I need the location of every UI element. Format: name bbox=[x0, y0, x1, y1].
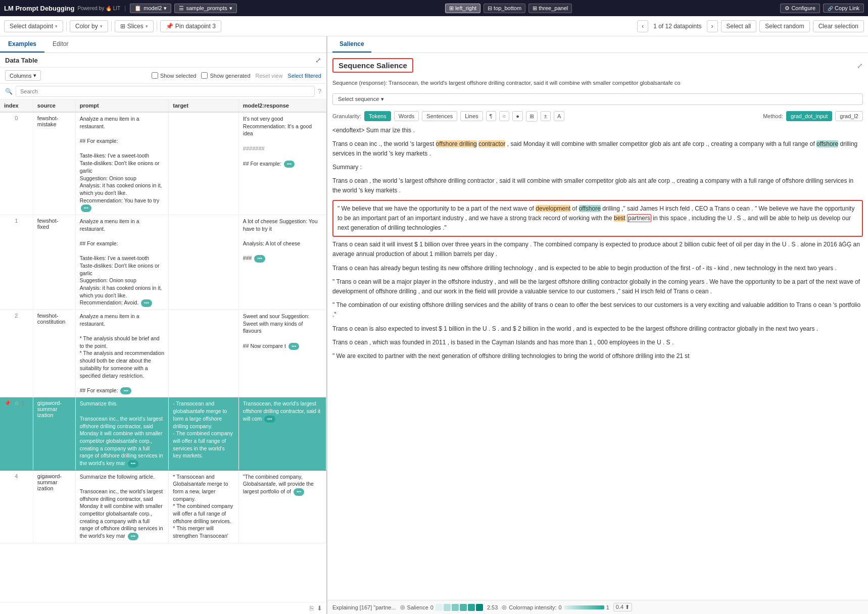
colormap-stepper[interactable]: ⬆ bbox=[625, 604, 630, 610]
tab-editor[interactable]: Editor bbox=[44, 36, 76, 53]
color-by-button[interactable]: Color by ▾ bbox=[70, 20, 108, 32]
slices-icon: ⊞ bbox=[120, 23, 125, 30]
model-icon: 📋 bbox=[134, 5, 141, 12]
cell-source-4: gigaword-summarization bbox=[33, 470, 75, 543]
show-selected-checkbox[interactable]: Show selected bbox=[152, 72, 197, 79]
intensity-bar bbox=[564, 605, 604, 609]
dataset-icon: ☰ bbox=[179, 5, 184, 12]
link-icon bbox=[828, 5, 833, 11]
gran-circle-button[interactable]: ○ bbox=[499, 111, 510, 121]
color-boxes bbox=[436, 604, 483, 611]
toolbar-separator-3 bbox=[157, 21, 157, 31]
copy-table-button[interactable]: ⎘ bbox=[310, 604, 314, 612]
select-datapoint-label: Select datapoint bbox=[10, 23, 53, 30]
method-grad-dot-button[interactable]: grad_dot_input bbox=[786, 111, 832, 121]
configure-button[interactable]: Configure bbox=[780, 4, 820, 13]
show-generated-input[interactable] bbox=[201, 72, 208, 79]
color-box-5 bbox=[468, 604, 475, 611]
data-table: index source prompt target model2:respon… bbox=[0, 99, 326, 543]
layout-three-panel[interactable]: ⊞ three_panel bbox=[528, 4, 572, 13]
salience-label: Salience bbox=[407, 604, 428, 610]
color-by-chevron: ▾ bbox=[100, 24, 103, 29]
response-more-2[interactable]: ••• bbox=[288, 343, 299, 350]
configure-label: Configure bbox=[791, 5, 815, 11]
gran-plus-button[interactable]: ± bbox=[541, 111, 551, 121]
explaining-status: Explaining [167] "partne... bbox=[332, 604, 396, 610]
colormap-value-display: 0.4 ⬆ bbox=[613, 603, 632, 611]
gran-grid-button[interactable]: ⊞ bbox=[526, 111, 538, 122]
cell-target-0 bbox=[169, 112, 238, 215]
columns-button[interactable]: Columns ▾ bbox=[5, 70, 41, 81]
tab-examples[interactable]: Examples bbox=[0, 36, 44, 53]
prompt-more-4[interactable]: ••• bbox=[128, 533, 138, 540]
show-generated-label: Show generated bbox=[210, 73, 250, 79]
colormap-max: 1 bbox=[606, 604, 609, 610]
nav-next-button[interactable]: › bbox=[707, 20, 718, 32]
highlight-offshore: offshore drilling bbox=[436, 140, 477, 147]
response-more-1[interactable]: ••• bbox=[254, 255, 265, 263]
clear-selection-button[interactable]: Clear selection bbox=[813, 20, 864, 32]
search-input[interactable] bbox=[16, 86, 315, 97]
gran-font-button[interactable]: A bbox=[554, 111, 564, 121]
select-sequence-button[interactable]: Select sequence ▾ bbox=[332, 93, 863, 105]
layout-left-right[interactable]: ⊞ left_right bbox=[445, 4, 480, 13]
gran-tokens-button[interactable]: Tokens bbox=[364, 111, 391, 121]
salience-title: Sequence Salience bbox=[332, 58, 413, 73]
cell-source-1: fewshot-fixed bbox=[33, 215, 75, 310]
table-row[interactable]: 0 fewshot-mistake Analyze a menu item in… bbox=[0, 112, 326, 215]
layout-top-bottom[interactable]: ⊟ top_bottom bbox=[484, 4, 525, 13]
powered-by: Powered by 🔥 LIT bbox=[77, 6, 120, 11]
model-selector[interactable]: 📋 model2 ▾ bbox=[130, 4, 171, 13]
cell-response-3: Transocean, the world's largest offshore… bbox=[238, 397, 326, 470]
table-row[interactable]: 4 gigaword-summarization Summarize the f… bbox=[0, 470, 326, 543]
expand-table-button[interactable]: ⤢ bbox=[315, 56, 321, 64]
prompt-more-0[interactable]: ••• bbox=[81, 204, 91, 212]
table-header-row: index source prompt target model2:respon… bbox=[0, 99, 326, 112]
tab-salience[interactable]: Salience bbox=[332, 36, 371, 53]
explaining-text: Explaining [167] "partne... bbox=[332, 604, 396, 610]
show-generated-checkbox[interactable]: Show generated bbox=[201, 72, 250, 79]
layout-3p-icon: ⊞ bbox=[533, 5, 537, 12]
layout-lr-icon: ⊞ bbox=[449, 5, 454, 12]
table-row[interactable]: 1 fewshot-fixed Analyze a menu item in a… bbox=[0, 215, 326, 310]
reset-view-button[interactable]: Reset view bbox=[256, 73, 283, 79]
nav-prev-button[interactable]: ‹ bbox=[637, 20, 648, 32]
response-more-4[interactable]: ••• bbox=[294, 488, 304, 496]
prompt-more-2[interactable]: ••• bbox=[120, 387, 131, 395]
gran-lines-button[interactable]: Lines bbox=[460, 111, 483, 121]
show-selected-input[interactable] bbox=[152, 72, 158, 79]
table-row[interactable]: 2 fewshot-constitution Analyze a menu it… bbox=[0, 310, 326, 397]
response-para-5: Trans o cean said it will invest $ 1 bil… bbox=[332, 240, 863, 259]
model-chevron: ▾ bbox=[164, 5, 167, 12]
columns-label: Columns bbox=[10, 73, 31, 79]
slices-button[interactable]: ⊞ Slices ▾ bbox=[115, 20, 154, 32]
prompt-more-1[interactable]: ••• bbox=[141, 299, 152, 307]
columns-chevron: ▾ bbox=[33, 72, 36, 79]
response-more-3[interactable]: ••• bbox=[264, 416, 275, 423]
method-grad-l2-button[interactable]: grad_l2 bbox=[835, 111, 863, 121]
pin-datapoint-button[interactable]: 📌 Pin datapoint 3 bbox=[160, 20, 221, 32]
color-box-6 bbox=[476, 604, 483, 611]
response-para-6: Trans o cean has already begun testing i… bbox=[332, 264, 863, 273]
expand-salience-button[interactable]: ⤢ bbox=[857, 62, 863, 70]
copy-link-button[interactable]: Copy Link bbox=[823, 4, 864, 13]
response-para-1: Trans o cean inc ., the world 's largest… bbox=[332, 139, 863, 159]
gran-words-button[interactable]: Words bbox=[394, 111, 419, 121]
select-random-button[interactable]: Select random bbox=[759, 20, 809, 32]
select-filtered-button[interactable]: Select filtered bbox=[287, 73, 321, 79]
dataset-selector[interactable]: ☰ sample_prompts ▾ bbox=[174, 4, 236, 13]
copy-link-label: Copy Link bbox=[835, 5, 859, 11]
response-more-0[interactable]: ••• bbox=[284, 161, 295, 168]
gran-sentences-button[interactable]: Sentences bbox=[422, 111, 457, 121]
select-datapoint-button[interactable]: Select datapoint ▾ bbox=[4, 20, 63, 32]
star-icon-3[interactable]: ☆ bbox=[14, 400, 19, 406]
highlight-contractor: contractor bbox=[478, 140, 505, 147]
response-para-0: <endoftext> Sum mar ize this . bbox=[332, 126, 863, 135]
download-table-button[interactable]: ⬇ bbox=[317, 604, 322, 612]
table-row-selected[interactable]: 📌 ☆ 3 gigaword-summarization Summarize t… bbox=[0, 397, 326, 470]
pin-label: Pin datapoint 3 bbox=[175, 23, 216, 30]
select-all-button[interactable]: Select all bbox=[721, 20, 757, 32]
gran-token-icon-button[interactable]: ¶ bbox=[486, 111, 496, 121]
prompt-more-3[interactable]: ••• bbox=[128, 460, 138, 468]
gran-circle-dark-button[interactable]: ● bbox=[512, 111, 523, 121]
